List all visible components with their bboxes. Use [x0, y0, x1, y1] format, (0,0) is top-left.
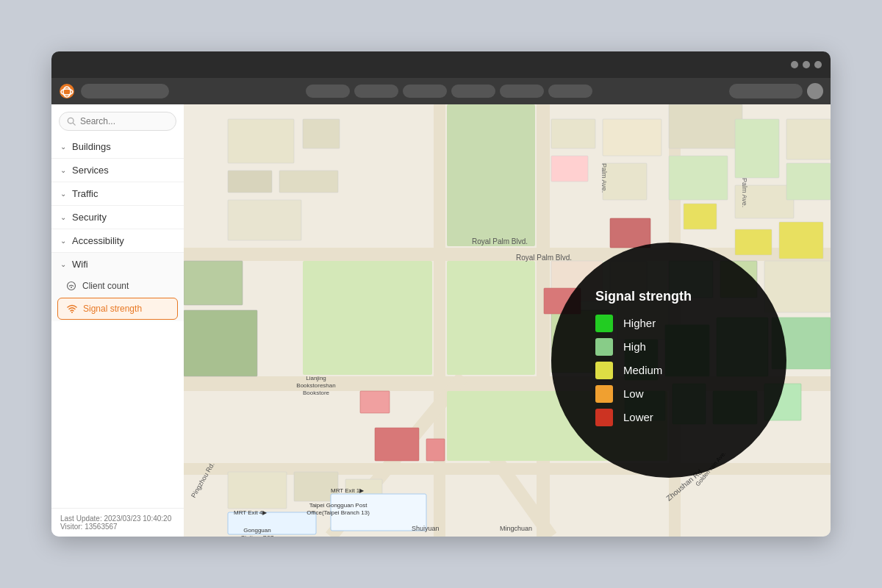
sidebar-item-label: Security	[72, 212, 107, 223]
toolbar-right	[729, 83, 823, 99]
svg-rect-23	[303, 119, 340, 148]
user-avatar[interactable]	[807, 83, 823, 99]
wifi-client-count-label: Client count	[82, 281, 129, 291]
sidebar-item-label: Buildings	[72, 141, 111, 152]
app-logo	[59, 83, 75, 99]
svg-text:MRT Exit 1▶: MRT Exit 1▶	[331, 487, 365, 494]
sidebar-item-accessibility[interactable]: ⌄ Accessibility	[51, 229, 184, 253]
svg-text:Mingchuan: Mingchuan	[500, 525, 532, 532]
wifi-active-icon	[67, 304, 77, 314]
wifi-header[interactable]: ⌄ Wifi	[51, 253, 184, 276]
svg-rect-32	[551, 156, 588, 182]
svg-rect-24	[228, 171, 272, 193]
wifi-section: ⌄ Wifi Client count	[51, 253, 184, 321]
legend-title: Signal strength	[595, 289, 692, 304]
svg-text:Bookstoreshan: Bookstoreshan	[296, 382, 335, 389]
legend-color-medium	[595, 362, 613, 379]
svg-text:Royal Palm  Blvd.: Royal Palm Blvd.	[472, 237, 528, 245]
search-input[interactable]	[80, 116, 168, 126]
wifi-option-signal-strength[interactable]: Signal strength	[57, 298, 178, 320]
toolbar	[51, 78, 831, 104]
legend-item-high: High	[595, 338, 646, 356]
svg-rect-46	[426, 439, 445, 461]
sidebar-item-traffic[interactable]: ⌄ Traffic	[51, 182, 184, 206]
search-bar[interactable]	[59, 112, 176, 131]
legend-color-low	[595, 385, 613, 403]
map-area[interactable]: Royal Palm Blvd. Royal Palm Blvd. Zhoush…	[184, 104, 831, 537]
svg-point-5	[68, 282, 76, 290]
wifi-label: Wifi	[72, 259, 88, 270]
sidebar-item-security[interactable]: ⌄ Security	[51, 206, 184, 229]
legend-item-higher: Higher	[595, 315, 656, 332]
svg-text:Station_G07: Station_G07	[241, 534, 274, 537]
svg-rect-50	[684, 204, 717, 229]
nav-pill-4[interactable]	[451, 85, 495, 98]
sidebar: ⌄ Buildings ⌄ Services ⌄ Traffic ⌄ Secur…	[51, 104, 184, 537]
nav-pill-2[interactable]	[354, 85, 398, 98]
wifi-option-client-count[interactable]: Client count	[51, 276, 184, 296]
footer-info: Last Update: 2023/03/23 10:40:20 Visitor…	[51, 508, 184, 537]
svg-rect-30	[603, 119, 662, 156]
svg-rect-62	[228, 472, 287, 509]
browser-window: ⌄ Buildings ⌄ Services ⌄ Traffic ⌄ Secur…	[51, 51, 831, 537]
legend-color-lower	[595, 409, 613, 426]
svg-rect-22	[228, 119, 294, 163]
svg-text:Palm Ave.: Palm Ave.	[600, 163, 608, 193]
sidebar-item-label: Accessibility	[72, 235, 124, 246]
chevron-icon: ⌄	[60, 237, 66, 245]
sidebar-item-label: Services	[72, 165, 109, 176]
sidebar-item-services[interactable]: ⌄ Services	[51, 159, 184, 182]
svg-rect-36	[786, 119, 831, 159]
signal-strength-legend: Signal strength Higher High Medium	[551, 243, 786, 478]
legend-label-high: High	[623, 340, 646, 353]
chevron-icon: ⌄	[60, 260, 66, 268]
svg-rect-17	[447, 104, 535, 246]
svg-text:Gongguan: Gongguan	[243, 527, 270, 534]
legend-label-medium: Medium	[623, 364, 662, 376]
wifi-icon	[66, 281, 76, 291]
svg-rect-26	[228, 200, 301, 240]
svg-point-7	[71, 312, 73, 313]
svg-rect-45	[375, 428, 419, 461]
svg-text:Lianjing: Lianjing	[306, 375, 326, 381]
svg-text:Office(Taipei Branch 13): Office(Taipei Branch 13)	[306, 509, 370, 516]
nav-pills	[175, 85, 723, 98]
legend-item-low: Low	[595, 385, 644, 403]
legend-popup: Signal strength Higher High Medium	[551, 243, 786, 478]
nav-pill-5[interactable]	[500, 85, 544, 98]
nav-pill-1[interactable]	[306, 85, 350, 98]
toolbar-search[interactable]	[729, 84, 803, 98]
visitor-count: Visitor: 13563567	[60, 523, 175, 531]
legend-color-higher	[595, 315, 613, 332]
chevron-icon: ⌄	[60, 143, 66, 151]
nav-pill-6[interactable]	[548, 85, 592, 98]
svg-rect-19	[447, 261, 535, 375]
svg-point-6	[71, 287, 72, 288]
svg-line-4	[73, 123, 75, 125]
svg-rect-31	[669, 104, 742, 148]
svg-rect-25	[279, 171, 338, 193]
svg-rect-34	[669, 156, 728, 200]
svg-rect-33	[603, 163, 647, 200]
legend-label-higher: Higher	[623, 317, 656, 329]
last-update: Last Update: 2023/03/23 10:40:20	[60, 514, 175, 523]
legend-label-low: Low	[623, 387, 644, 400]
svg-rect-28	[184, 310, 257, 376]
wifi-signal-strength-label: Signal strength	[83, 304, 142, 314]
legend-item-medium: Medium	[595, 362, 662, 379]
sidebar-item-buildings[interactable]: ⌄ Buildings	[51, 135, 184, 159]
legend-label-lower: Lower	[623, 411, 653, 423]
chevron-icon: ⌄	[60, 190, 66, 198]
legend-color-high	[595, 338, 613, 356]
sidebar-item-label: Traffic	[72, 188, 98, 199]
svg-text:Bookstore: Bookstore	[303, 390, 330, 396]
chevron-icon: ⌄	[60, 213, 66, 221]
svg-text:Shuiyuan: Shuiyuan	[412, 525, 440, 532]
address-bar[interactable]	[81, 84, 169, 98]
titlebar-dot-2	[803, 61, 810, 68]
nav-pill-3[interactable]	[403, 85, 447, 98]
svg-text:Taipei Gongguan Post: Taipei Gongguan Post	[309, 502, 368, 509]
titlebar-dot-3	[814, 61, 822, 68]
svg-rect-35	[735, 119, 779, 178]
svg-rect-47	[360, 391, 390, 413]
